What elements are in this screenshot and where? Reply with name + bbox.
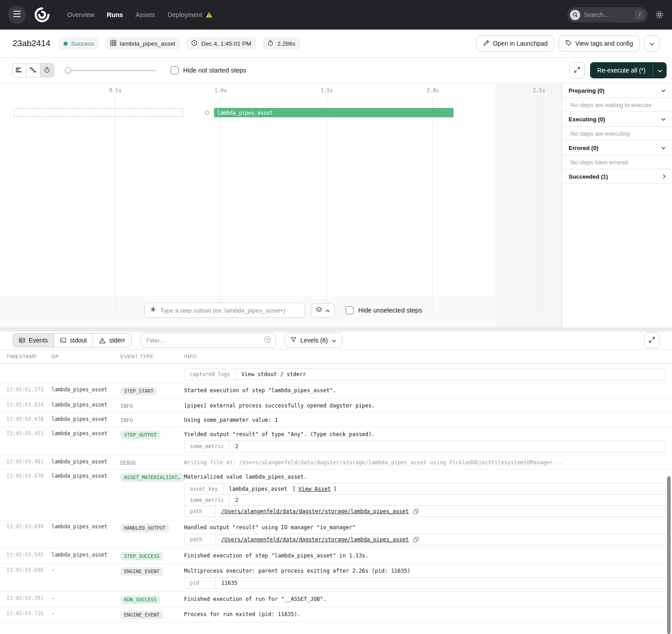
search-shortcut-key: / [635, 10, 645, 20]
step-section-succeeded-1[interactable]: Succeeded (1) [562, 169, 672, 184]
view-tags-config-button[interactable]: View tags and config [559, 35, 640, 51]
gantt-chart: 0.5s1.0s1.5s2.0s2.5s lambda_pipes_asset [0, 83, 562, 328]
nav-item-label: Overview [67, 11, 94, 18]
log-row[interactable]: 13:45:03.505lambda_pipes_assetSTEP_SUCCE… [0, 548, 672, 564]
gear-icon[interactable] [655, 10, 664, 19]
nav-item-runs[interactable]: Runs [107, 11, 123, 18]
log-row[interactable]: 13:45:03.701-RUN_SUCCESSFinished executi… [0, 592, 672, 607]
view-mode-flat-button[interactable] [12, 63, 26, 77]
reexecute-options-button[interactable] [653, 62, 667, 78]
metadata-key: some_metric [184, 441, 230, 452]
log-row[interactable]: 13:45:03.696-ENGINE_EVENTMultiprocess ex… [0, 564, 672, 592]
step-subset-input[interactable] [160, 307, 300, 314]
reexecute-all-label: Re-execute all (*) [597, 67, 646, 74]
metadata-key: some_metric [184, 495, 230, 505]
layers-icon [316, 307, 322, 314]
log-info-text: Yielded output "result" of type "Any". (… [184, 430, 666, 437]
axis-tick-label: 0.5s [109, 87, 122, 94]
copy-icon[interactable] [413, 509, 419, 514]
axis-tick-label: 2.5s [533, 87, 545, 94]
logs-fullscreen-button[interactable] [644, 332, 659, 348]
metadata-key: asset_key [184, 484, 223, 494]
metadata-row: captured_logsView stdout / stderr [184, 368, 666, 380]
warning-icon [99, 338, 106, 343]
view-asset-link[interactable]: View Asset [299, 486, 331, 492]
column-event-type: EVENT TYPE [114, 354, 178, 359]
chevron-down-icon [658, 66, 662, 74]
gridline [539, 96, 539, 316]
step-section-executing-0[interactable]: Executing (0) [562, 112, 672, 127]
job-chip[interactable]: lambda_pipes_asset [105, 37, 180, 50]
section-title: Preparing (0) [569, 87, 604, 94]
metadata-value: /Users/alangenfeld/data/dagster/storage/… [216, 506, 424, 517]
tab-stdout[interactable]: stdout [54, 333, 93, 347]
log-row[interactable]: 13:45:03.438lambda_pipes_assetINFOUsing … [0, 413, 672, 427]
step-section-errored-0[interactable]: Errored (0) [562, 141, 672, 155]
step-layers-button[interactable] [311, 303, 335, 317]
nav-item-label: Deployment [167, 11, 202, 18]
step-subset-box[interactable] [144, 303, 305, 318]
log-info-text: Multiprocess executor: parent process ex… [184, 567, 666, 574]
metadata-link[interactable]: /Users/alangenfeld/data/dagster/storage/… [221, 536, 409, 543]
search-box[interactable]: / [567, 7, 648, 22]
log-event-type-cell: INFO [114, 416, 178, 424]
levels-dropdown[interactable]: Levels (6) [285, 333, 342, 348]
bracket: ] [334, 486, 337, 492]
log-row[interactable]: 13:45:03.716-ENGINE_EVENTProcess for run… [0, 607, 672, 622]
log-row[interactable]: 13:45:03.461lambda_pipes_assetDEBUGWriti… [0, 455, 672, 470]
step-marker-icon [205, 111, 209, 115]
clear-filter-icon[interactable] [264, 336, 271, 345]
log-op: lambda_pipes_asset [45, 386, 114, 395]
hide-unselected-row: Hide unselected steps [346, 306, 422, 314]
log-row[interactable]: 13:45:03.424lambda_pipes_assetINFO[pipes… [0, 398, 672, 413]
chevron-down-icon [650, 40, 654, 47]
open-in-launchpad-button[interactable]: Open in Launchpad [476, 35, 554, 51]
log-row[interactable]: 13:45:03.453lambda_pipes_assetSTEP_OUTPU… [0, 427, 672, 455]
log-filter-box[interactable] [141, 333, 276, 348]
event-type-chip: ASSET_MATERIALIZAT… [120, 473, 184, 482]
duration-chip: 2.286s [262, 37, 300, 50]
hide-unselected-checkbox[interactable] [346, 306, 354, 314]
column-timestamp: TIMESTAMP [0, 354, 45, 359]
reexecute-all-button[interactable]: Re-execute all (*) [590, 62, 653, 78]
metadata-key: pid [184, 578, 216, 588]
log-row[interactable]: 13:45:03.470lambda_pipes_assetASSET_MATE… [0, 470, 672, 520]
clock-icon [191, 40, 197, 47]
nav-item-assets[interactable]: Assets [136, 11, 155, 18]
expand-icon [648, 336, 655, 345]
metadata-row: path/Users/alangenfeld/data/dagster/stor… [184, 505, 666, 517]
log-table-header: TIMESTAMP OP EVENT TYPE INFO [0, 349, 672, 364]
event-type-chip: HANDLED_OUTPUT [120, 524, 169, 532]
log-filter-input[interactable] [146, 337, 261, 344]
search-input[interactable] [584, 11, 631, 18]
nav-item-label: Runs [107, 11, 123, 18]
selector-icon [150, 306, 156, 314]
log-row[interactable]: captured_logsView stdout / stderr [0, 364, 672, 383]
open-in-launchpad-label: Open in Launchpad [493, 40, 548, 47]
menu-button[interactable] [8, 6, 26, 24]
nav-item-deployment[interactable]: Deployment [167, 11, 212, 18]
run-more-actions-button[interactable] [644, 35, 659, 51]
log-timestamp: 13:45:02.372 [0, 386, 45, 395]
step-section-preparing-0[interactable]: Preparing (0) [562, 83, 672, 98]
panel-splitter[interactable] [0, 328, 672, 331]
slider-track[interactable] [65, 70, 156, 71]
slider-knob[interactable] [65, 67, 71, 73]
log-timestamp: 13:45:03.498 [0, 523, 45, 545]
view-mode-waterfall-button[interactable] [26, 63, 40, 77]
scrollbar-thumb[interactable] [667, 476, 671, 634]
dagster-logo-icon[interactable] [32, 5, 52, 25]
hide-not-started-checkbox[interactable] [171, 66, 179, 74]
log-row[interactable]: 13:45:02.372lambda_pipes_assetSTEP_START… [0, 383, 672, 398]
view-mode-timed-button[interactable] [40, 63, 54, 77]
nav-item-overview[interactable]: Overview [67, 11, 94, 18]
tab-stderr[interactable]: stderr [93, 333, 132, 347]
gantt-step-bar[interactable]: lambda_pipes_asset [214, 108, 454, 117]
metadata-link[interactable]: /Users/alangenfeld/data/dagster/storage/… [221, 508, 409, 514]
gantt-fullscreen-button[interactable] [569, 62, 585, 78]
log-row[interactable]: 13:45:03.498lambda_pipes_assetHANDLED_OU… [0, 520, 672, 548]
copy-icon[interactable] [413, 537, 419, 543]
tab-events[interactable]: Events [13, 333, 54, 347]
logs-tab-group: Eventsstdoutstderr [13, 333, 132, 347]
chevron-up-icon [325, 307, 330, 314]
